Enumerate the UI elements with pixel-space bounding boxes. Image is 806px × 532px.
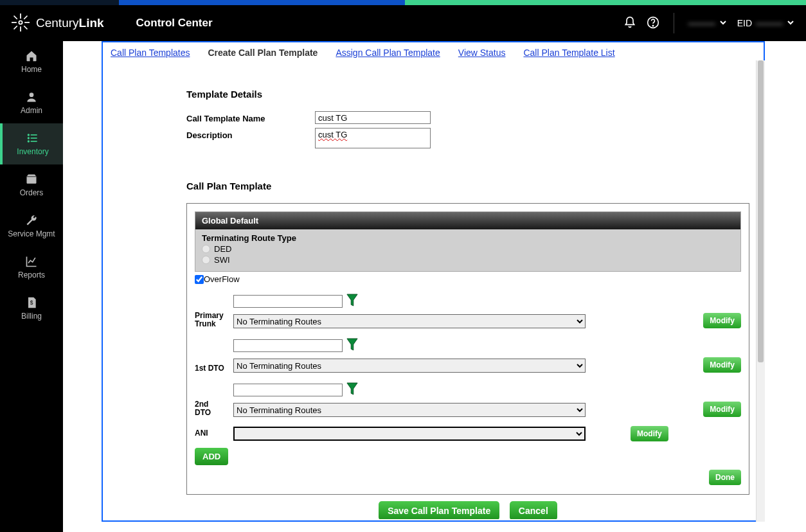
funnel-icon[interactable]	[346, 293, 358, 309]
sidebar-item-label: Billing	[21, 312, 42, 321]
inbox-icon	[25, 173, 38, 186]
svg-marker-21	[347, 383, 357, 395]
sidebar-item-service-mgmt[interactable]: Service Mgmt	[0, 206, 63, 247]
svg-text:$: $	[30, 299, 33, 306]
svg-marker-20	[347, 339, 357, 350]
svg-line-7	[24, 15, 27, 19]
svg-line-8	[14, 26, 17, 29]
wrench-icon	[25, 214, 38, 227]
chevron-down-icon	[719, 18, 727, 28]
main-content: Call Plan Templates Create Call Plan Tem…	[63, 41, 806, 532]
tab-call-plan-templates[interactable]: Call Plan Templates	[111, 48, 190, 58]
funnel-icon[interactable]	[346, 382, 358, 398]
home-icon	[25, 49, 38, 62]
eid-menu[interactable]: EID ———	[737, 18, 794, 28]
terminating-route-type-label: Terminating Route Type	[202, 233, 734, 243]
chevron-down-icon	[787, 18, 794, 28]
bell-icon[interactable]	[623, 16, 636, 31]
overflow-label: OverFlow	[204, 274, 240, 284]
brand-logo[interactable]: CenturyLink	[12, 13, 104, 33]
done-button[interactable]: Done	[709, 470, 741, 485]
ded-radio[interactable]	[202, 245, 210, 253]
brand-text: CenturyLink	[36, 16, 104, 30]
primary-trunk-modify-button[interactable]: Modify	[703, 313, 741, 328]
centurylink-burst-icon	[12, 13, 30, 33]
cancel-button[interactable]: Cancel	[510, 501, 557, 519]
help-icon[interactable]	[647, 16, 659, 31]
primary-trunk-filter-input[interactable]	[233, 295, 343, 308]
sidebar-item-label: Service Mgmt	[8, 229, 55, 238]
swi-radio[interactable]	[202, 256, 210, 264]
overflow-checkbox[interactable]	[195, 275, 204, 284]
description-label: Description	[186, 128, 315, 148]
primary-trunk-label: Primary Trunk	[195, 312, 226, 328]
sidebar-item-label: Reports	[18, 270, 45, 279]
second-dto-label: 2nd DTO	[195, 400, 226, 417]
sidebar-item-label: Admin	[21, 106, 42, 115]
sidebar-item-home[interactable]: Home	[0, 41, 63, 82]
svg-point-15	[28, 134, 30, 136]
ani-select[interactable]	[233, 427, 586, 441]
sidebar-item-inventory[interactable]: Inventory	[0, 123, 63, 164]
user-name: ———	[688, 18, 715, 28]
chart-icon	[25, 255, 38, 268]
user-menu[interactable]: ———	[688, 18, 727, 28]
sidebar-item-label: Orders	[20, 188, 44, 197]
first-dto-label: 1st DTO	[195, 364, 226, 373]
eid-value: ———	[756, 18, 783, 28]
first-dto-filter-input[interactable]	[233, 339, 343, 352]
sidebar-item-label: Home	[21, 65, 42, 74]
vertical-scrollbar[interactable]	[756, 60, 765, 522]
second-dto-filter-input[interactable]	[233, 384, 343, 396]
primary-trunk-select[interactable]: No Terminating Routes	[233, 314, 586, 328]
app-title: Control Center	[136, 17, 213, 30]
first-dto-modify-button[interactable]: Modify	[703, 357, 741, 373]
sidebar-item-reports[interactable]: Reports	[0, 247, 63, 288]
call-plan-template-panel: Global Default Terminating Route Type DE…	[186, 203, 749, 495]
eid-prefix: EID	[737, 18, 752, 28]
tab-create-call-plan-template[interactable]: Create Call Plan Template	[208, 48, 318, 58]
svg-point-17	[28, 141, 30, 142]
svg-point-11	[30, 93, 34, 97]
global-default-block: Global Default Terminating Route Type DE…	[195, 211, 741, 272]
description-input[interactable]	[315, 128, 431, 148]
add-button[interactable]: ADD	[195, 448, 228, 465]
svg-marker-19	[347, 294, 357, 306]
swi-label: SWI	[214, 255, 230, 265]
sidebar-item-label: Inventory	[17, 147, 48, 156]
tab-view-status[interactable]: View Status	[458, 48, 506, 58]
funnel-icon[interactable]	[346, 337, 358, 353]
invoice-icon: $	[25, 296, 38, 309]
sidebar-item-admin[interactable]: Admin	[0, 82, 63, 123]
template-details-heading: Template Details	[186, 89, 749, 100]
second-dto-modify-button[interactable]: Modify	[703, 402, 741, 417]
save-call-plan-template-button[interactable]: Save Call Plan Template	[379, 501, 499, 519]
svg-line-5	[14, 15, 17, 19]
left-sidebar: Home Admin Inventory Orders Service Mgmt…	[0, 41, 63, 532]
list-icon	[26, 132, 39, 145]
call-template-name-label: Call Template Name	[186, 111, 315, 124]
tab-assign-call-plan-template[interactable]: Assign Call Plan Template	[336, 48, 440, 58]
global-default-heading: Global Default	[195, 212, 740, 229]
svg-point-0	[19, 21, 22, 24]
second-dto-select[interactable]: No Terminating Routes	[233, 403, 586, 417]
ani-label: ANI	[195, 429, 226, 438]
sidebar-item-orders[interactable]: Orders	[0, 164, 63, 206]
sidebar-item-billing[interactable]: $ Billing	[0, 288, 63, 329]
user-icon	[25, 91, 38, 103]
call-plan-template-heading: Call Plan Template	[186, 181, 749, 191]
call-template-name-input[interactable]	[315, 111, 431, 124]
scrollbar-thumb[interactable]	[758, 60, 764, 362]
tab-call-plan-template-list[interactable]: Call Plan Template List	[523, 48, 614, 58]
ded-label: DED	[214, 244, 231, 254]
top-accent-strip	[0, 0, 806, 5]
svg-line-6	[24, 26, 27, 29]
ani-modify-button[interactable]: Modify	[631, 426, 668, 441]
svg-point-16	[28, 137, 30, 139]
first-dto-select[interactable]: No Terminating Routes	[233, 359, 586, 373]
global-header: CenturyLink Control Center ——— EID ———	[0, 5, 806, 41]
svg-point-10	[652, 25, 653, 26]
